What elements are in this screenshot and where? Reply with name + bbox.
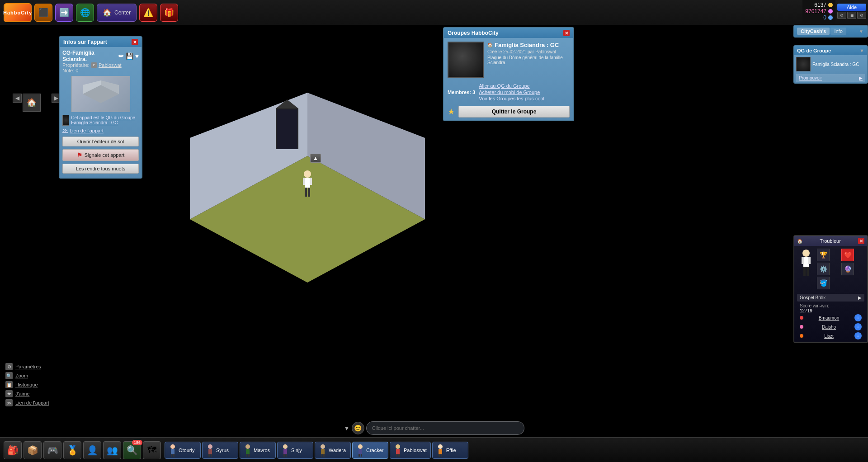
aide-button[interactable]: Aide (837, 4, 866, 11)
player-chip-mavros[interactable]: Mavros (240, 442, 276, 459)
item-slot-2[interactable]: ❤️ (841, 249, 854, 261)
citycash-close[interactable]: ▼ (858, 28, 864, 34)
player-chip-syrus[interactable]: Syrus (202, 442, 238, 459)
player-dot-2 (800, 325, 803, 329)
lien-label[interactable]: Lien de l'appart (15, 400, 49, 405)
room-owner: Propriétaire: P Pabloswat (62, 62, 139, 68)
achievements-icon[interactable]: 🏅 (63, 441, 81, 459)
tab-citycash[interactable]: CityCash's (797, 28, 830, 35)
logo-button[interactable]: HabboCity (4, 3, 32, 22)
inventory-icon[interactable]: 🎒 (4, 441, 22, 459)
lien-appart-link[interactable]: ≫ Lien de l'appart (62, 127, 139, 133)
map-icon[interactable]: 🗺 (143, 441, 161, 459)
svg-rect-51 (439, 454, 440, 457)
save-icon[interactable]: 💾 (126, 52, 133, 60)
menu-item-zoom[interactable]: 🔍 Zoom (3, 371, 52, 380)
score-value: 12719 (797, 308, 864, 313)
group-icon[interactable]: 👥 (103, 441, 121, 459)
chat-input[interactable] (366, 421, 524, 435)
hotbar-icon-3[interactable]: 🌐 (76, 4, 94, 22)
player-chip-wadera[interactable]: Wadera (315, 442, 351, 459)
btn-signal[interactable]: ⚑ Signale cet appart (62, 149, 139, 161)
home-small-icon: 🏠 (797, 239, 802, 244)
menu-item-historique[interactable]: 📋 Historique (3, 380, 52, 389)
center-button[interactable]: 🏠 Center (97, 4, 137, 22)
troubleur-close[interactable]: ✕ (858, 238, 864, 244)
games-icon[interactable]: 🎮 (43, 441, 61, 459)
lien-icon: ≫ (5, 399, 13, 406)
link-acheter[interactable]: Acheter du mobi de Groupe (479, 90, 544, 95)
player-name-1[interactable]: Bmaumon (819, 316, 840, 321)
player-name-3[interactable]: Liszt (824, 334, 834, 339)
parametres-label[interactable]: Paramètres (15, 364, 41, 369)
expand-small-btn[interactable]: ◼ (847, 12, 856, 19)
btn-muets[interactable]: Les rendre tous muets (62, 164, 139, 174)
menu-item-lien[interactable]: ≫ Lien de l'appart (3, 398, 52, 407)
player-add-3[interactable]: + (854, 332, 862, 339)
gift-icon[interactable]: 🎁 (160, 4, 178, 22)
avatar-icon[interactable]: 👤 (83, 441, 101, 459)
scroll-arrows: ◀ 🏠 ▶ (13, 94, 61, 103)
item-slot-5[interactable]: 🪣 (817, 277, 830, 289)
historique-label[interactable]: Historique (15, 382, 38, 387)
svg-rect-52 (441, 454, 442, 457)
svg-rect-9 (310, 178, 312, 185)
score-label: Score win-win: (797, 303, 864, 308)
qg-group-icon (796, 57, 811, 71)
groupe-image (448, 42, 484, 78)
item-slot-1[interactable]: 🏆 (817, 249, 830, 261)
qg-toggle[interactable]: ▼ (859, 48, 864, 53)
alert-icon[interactable]: ⚠️ (139, 4, 157, 22)
player-chip-cracker[interactable]: Cracker (352, 442, 388, 459)
troubleur-footer: Gospel Brôlk ▶ Score win-win: 12719 Bmau… (794, 292, 867, 342)
zoom-icon: 🔍 (5, 372, 13, 379)
gospel-row[interactable]: Gospel Brôlk ▶ (797, 294, 864, 302)
panel-groupes-close[interactable]: ✕ (563, 30, 570, 36)
config-small-btn[interactable]: ⚙ (857, 12, 866, 19)
settings-small-btn[interactable]: ⚙ (837, 12, 846, 19)
item-slot-4[interactable]: 🔮 (841, 263, 854, 275)
btn-editeur[interactable]: Ouvrir l'éditeur de sol (62, 137, 139, 146)
navigator-btn[interactable]: 🏠 (23, 94, 41, 112)
player-chip-otourly[interactable]: Otourly (165, 442, 201, 459)
player-name-2[interactable]: Daisho (822, 325, 836, 330)
svg-rect-32 (248, 454, 250, 457)
player-chip-pabloswat[interactable]: Pabloswat (390, 442, 431, 459)
hotbar-icon-1[interactable]: ⬛ (34, 4, 52, 22)
zoom-label[interactable]: Zoom (15, 373, 28, 378)
menu-item-parametres[interactable]: ⚙ Paramètres (3, 362, 52, 371)
link-aller[interactable]: Aller au QG du Groupe (479, 83, 544, 89)
link-voir[interactable]: Voir les Groupes les plus cool (479, 96, 544, 101)
player-add-2[interactable]: + (854, 323, 862, 330)
menu-item-jaime[interactable]: ❤ J'aime (3, 389, 52, 398)
citycash-tabs: CityCash's Info (797, 28, 846, 35)
btn-quitter[interactable]: Quitter le Groupe (458, 106, 570, 118)
svg-rect-36 (286, 454, 287, 457)
character-svg (298, 170, 316, 201)
player-chip-effie[interactable]: Effie (432, 442, 468, 459)
player-add-1[interactable]: + (854, 314, 862, 321)
heart-icon[interactable]: ♥ (135, 52, 139, 60)
svg-rect-40 (323, 454, 325, 457)
avatar-pabloswat (394, 444, 402, 457)
item-slot-3[interactable]: ⚙️ (817, 263, 830, 275)
player-chip-sinjy[interactable]: Sinjy (277, 442, 313, 459)
promouvoir-link[interactable]: Promouvoir ▶ (796, 74, 865, 82)
room-up-arrow[interactable]: ▲ (310, 154, 321, 163)
tab-info[interactable]: Info (830, 28, 846, 35)
qg-header: QG de Groupe ▼ (794, 46, 867, 55)
jaime-label[interactable]: J'aime (15, 391, 29, 396)
edit-icon[interactable]: ✏ (118, 52, 124, 60)
group-badge[interactable]: Cet appart est le QG du Groupe Famiglia … (62, 115, 139, 126)
search-icon[interactable]: 🔍 186 (123, 441, 141, 459)
avatar-cracker (356, 444, 364, 457)
avatar-otourly (169, 444, 177, 457)
star-icon[interactable]: ★ (448, 107, 455, 117)
chat-dropdown[interactable]: ▼ (344, 424, 350, 432)
panel-infos-close[interactable]: ✕ (132, 39, 138, 45)
svg-rect-24 (173, 454, 175, 457)
hotbar-icon-2[interactable]: ➡️ (55, 4, 73, 22)
scroll-left[interactable]: ◀ (13, 94, 22, 103)
chat-emote-btn[interactable]: 😊 (352, 422, 364, 434)
catalog-icon[interactable]: 📦 (24, 441, 42, 459)
